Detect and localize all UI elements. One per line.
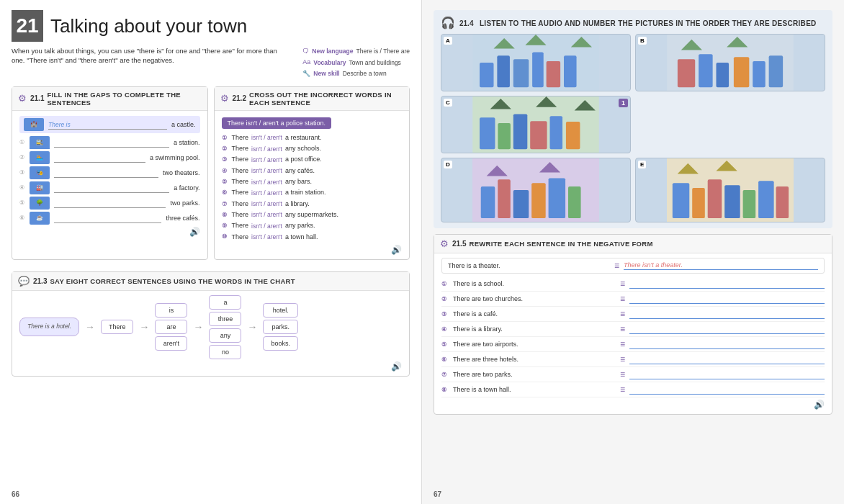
gear-icon-212: ⚙ (220, 93, 229, 104)
ex215-blank-8[interactable] (629, 384, 825, 395)
ex211-rows: ① 🚉 a station. ② 🏊 a swimming pool. (19, 136, 200, 225)
new-skill-label: New skill (313, 68, 339, 78)
ex215-blank-1[interactable] (629, 279, 825, 289)
ex211-line-3 (54, 168, 158, 178)
ex213-header: 💬 21.3 SAY EIGHT CORRECT SENTENCES USING… (12, 272, 409, 291)
ex215-blank-7[interactable] (629, 369, 825, 379)
ex215-sentence-5: There are two airports. (453, 341, 616, 348)
map-card-d: D (441, 158, 631, 222)
word-a: a (209, 295, 241, 310)
ex215-example-answer: There isn't a theater. (624, 261, 818, 270)
ex213-body: There is a hotel. → There → is are aren'… (12, 291, 409, 376)
ex211-example-answer: There is (48, 121, 71, 129)
gear-icon-211: ⚙ (18, 93, 27, 104)
gear-icon-213: 💬 (18, 276, 30, 287)
factory-icon: 🏭 (30, 181, 50, 194)
svg-rect-32 (513, 190, 529, 218)
table-row: ③ 🎭 two theaters. (19, 166, 200, 179)
equals-icon-7: ≡ (620, 369, 625, 379)
word-no: no (209, 345, 241, 359)
svg-rect-34 (549, 178, 565, 218)
theater-icon: 🎭 (30, 166, 50, 179)
list-item: ⑥ There are three hotels. ≡ (441, 352, 825, 367)
page-number-left: 66 (12, 490, 19, 498)
word-hotel: hotel. (263, 303, 298, 318)
list-item: ③ There isn't / aren't a post office. (222, 154, 403, 165)
table-row: ① 🚉 a station. (19, 136, 200, 149)
table-row: ④ 🏭 a factory. (19, 181, 200, 194)
svg-rect-31 (498, 179, 511, 218)
new-language-val: There is / There are (356, 46, 410, 56)
equals-icon-1: ≡ (620, 279, 625, 289)
list-item: ④ There isn't / aren't any cafés. (222, 166, 403, 176)
chapter-title: Talking about your town (50, 15, 247, 37)
word-is: is (155, 303, 187, 318)
table-row: ⑥ ☕ three cafés. (19, 212, 200, 225)
word-books: books. (263, 336, 298, 351)
exercise-213: 💬 21.3 SAY EIGHT CORRECT SENTENCES USING… (12, 271, 410, 377)
arrow-right-4: → (247, 321, 257, 333)
ex211-line-2 (54, 153, 145, 163)
new-language-label: New language (312, 46, 353, 56)
list-item: ⑦ There isn't / aren't a library. (222, 199, 403, 210)
card-num-c: 1 (619, 99, 628, 107)
new-skill-val: Describe a town (343, 68, 387, 78)
svg-rect-40 (692, 188, 705, 218)
word-three: three (209, 312, 241, 326)
svg-rect-13 (717, 63, 729, 87)
list-item: ② There isn't / aren't any schools. (222, 143, 403, 154)
ex211-header: ⚙ 21.1 FILL IN THE GAPS TO COMPLETE THE … (12, 87, 207, 111)
card-label-e: E (638, 161, 646, 168)
ex215-sentence-7: There are two parks. (453, 371, 616, 378)
svg-rect-43 (743, 190, 756, 218)
word-arent: aren't (155, 336, 187, 351)
ex214-num: 21.4 (459, 19, 473, 27)
ex215-example-sentence: There is a theater. (448, 262, 610, 269)
list-item: ⑤ There isn't / aren't any bars. (222, 176, 403, 187)
map-card-a: A (441, 34, 631, 91)
intro-text: When you talk about things, you can use … (12, 46, 291, 66)
exercise-215: ⚙ 21.5 REWRITE EACH SENTENCE IN THE NEGA… (434, 234, 832, 415)
ex215-blank-4[interactable] (629, 324, 825, 334)
svg-rect-33 (531, 183, 546, 218)
list-item: ⑦ There are two parks. ≡ (441, 367, 825, 382)
ex211-suffix-1: a station. (174, 139, 200, 146)
ex215-blank-3[interactable] (629, 309, 825, 319)
ex215-blank-6[interactable] (629, 354, 825, 364)
svg-rect-23 (530, 121, 547, 149)
card-label-d: D (444, 161, 452, 168)
ex211-title: FILL IN THE GAPS TO COMPLETE THE SENTENC… (47, 91, 201, 107)
list-item: ⑩ There isn't / aren't a town hall. (222, 232, 403, 243)
ex211-line-6 (54, 213, 161, 223)
ex213-num: 21.3 (33, 277, 47, 285)
svg-rect-11 (678, 59, 695, 87)
ex211-example-line: There is (48, 120, 167, 130)
svg-rect-21 (498, 123, 511, 149)
equals-icon-5: ≡ (620, 339, 625, 349)
ex215-sentence-8: There is a town hall. (453, 386, 616, 393)
map-card-b: B (635, 34, 825, 91)
svg-rect-16 (769, 55, 784, 87)
example-bubble: There is a hotel. (19, 318, 79, 336)
exercises-two-col: ⚙ 21.1 FILL IN THE GAPS TO COMPLETE THE … (12, 86, 410, 266)
vocabulary-icon: Aa (302, 57, 310, 68)
ex211-body: 🏰 There is a castle. ① 🚉 a station. (12, 111, 207, 242)
page-spread: 21 Talking about your town When you talk… (0, 0, 844, 504)
card-label-c: C (444, 99, 452, 107)
map-card-c: C 1 (441, 96, 631, 153)
ex214-title: LISTEN TO THE AUDIO AND NUMBER THE PICTU… (480, 19, 817, 27)
ex215-sentence-4: There is a library. (453, 325, 616, 333)
ex215-blank-2[interactable] (629, 294, 825, 304)
ex211-line-4 (54, 183, 169, 193)
list-item: ⑨ There isn't / aren't any parks. (222, 220, 403, 231)
map-svg-b (636, 35, 825, 91)
intro-labels: 🗨 New language There is / There are Aa V… (302, 46, 410, 79)
ex215-blank-5[interactable] (629, 339, 825, 349)
ex212-list: ① There isn't / aren't a restaurant. ② T… (222, 132, 403, 243)
map-svg-d (441, 158, 630, 222)
speaker-icon-215: 🔊 (441, 400, 825, 410)
chapter-number: 21 (12, 10, 43, 42)
ex215-num: 21.5 (452, 240, 466, 248)
list-item: ⑥ There isn't / aren't a train station. (222, 187, 403, 198)
equals-icon-3: ≡ (620, 309, 625, 319)
